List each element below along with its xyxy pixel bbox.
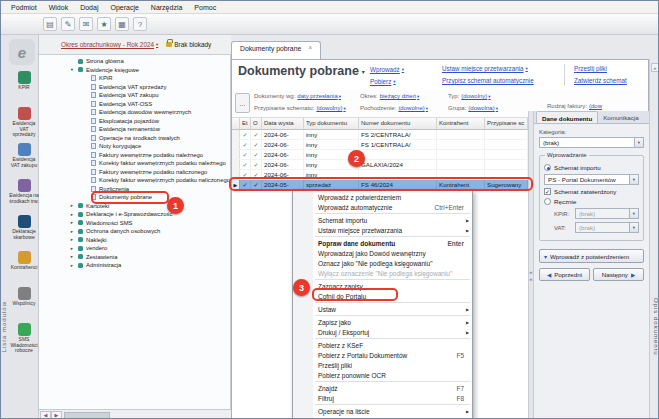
menu-item-pobierz-ponownie-ocr[interactable]: Pobierz ponownie OCR	[293, 370, 472, 380]
tree-item-ewidencja-remanentow[interactable]: Ewidencja remanentów	[39, 125, 230, 134]
menu-item-operacje-na-liscie[interactable]: Operacje na liście▶	[293, 406, 472, 416]
expander-icon[interactable]: ▸	[69, 263, 75, 268]
col-kontrahent[interactable]: Kontrahent	[437, 118, 485, 130]
lock-status[interactable]: Brak blokady	[166, 41, 211, 48]
menu-item-wprowadzaj-jako-dowod[interactable]: Wprowadzaj jako Dowód wewnętrzny	[293, 248, 472, 258]
tree-item-korekty-faktur-naleznego[interactable]: Korekty faktur wewnętrznych podatku nale…	[39, 159, 230, 168]
filter-value[interactable]: (dow	[589, 103, 602, 109]
menu-item-znajdz[interactable]: ZnajdźF7	[293, 383, 472, 393]
chevron-down-icon[interactable]: ▾	[362, 68, 365, 75]
grid-icon[interactable]: ▦	[115, 17, 129, 31]
menu-pomoc[interactable]: Pomoc	[188, 3, 222, 12]
menu-item-pobierz-z-portalu[interactable]: Pobierz z Portalu DokumentówF5	[293, 350, 472, 360]
menu-item-popraw-dane-dokumentu[interactable]: Popraw dane dokumentuEnter	[293, 238, 472, 248]
menu-item-pobierz-z-ksef[interactable]: Pobierz z KSeF	[293, 340, 472, 350]
menu-item-filtruj[interactable]: FiltrujF8	[293, 393, 472, 403]
expander-icon[interactable]: ▸	[69, 246, 75, 251]
scroll-left-icon[interactable]: ◀	[40, 411, 51, 419]
expander-icon[interactable]: ▸	[69, 220, 75, 225]
expander-icon[interactable]: ▾	[69, 67, 75, 72]
next-button[interactable]: Następny ▶	[593, 268, 644, 281]
module-deklaracje-skarbowe[interactable]: Deklaracje skarbowe	[9, 213, 39, 249]
tab-dane-dokumentu[interactable]: Dane dokumentu	[536, 111, 598, 123]
help-icon[interactable]: ?	[133, 17, 147, 31]
col-et[interactable]: Et	[240, 118, 251, 130]
menu-item-wprowadz-z-potwierdzeniem[interactable]: Wprowadź z potwierdzeniem	[293, 192, 472, 202]
col-typ[interactable]: Typ dokumentu	[304, 118, 359, 130]
tree-item-ochrona-danych[interactable]: ▸Ochrona danych osobowych	[39, 227, 230, 236]
menu-item-zapisz-jako[interactable]: Zapisz jako▶	[293, 317, 472, 327]
filter-options-button[interactable]: ...	[235, 93, 250, 113]
scroll-right-icon[interactable]: ▶	[51, 411, 62, 419]
menu-podmiot[interactable]: Podmiot	[5, 3, 43, 12]
filter-value[interactable]: (dowolny)▾	[316, 105, 345, 111]
checkbox-icon[interactable]: ✓	[544, 188, 551, 195]
confirm-import-button[interactable]: ▾ Wprowadź z potwierdzeniem	[539, 249, 644, 263]
tab-dokumenty-pobrane[interactable]: Dokumenty pobrane ×	[231, 41, 321, 59]
mail-icon[interactable]: ✉	[79, 17, 93, 31]
expander-icon[interactable]: ▸	[69, 212, 75, 217]
menu-dodaj[interactable]: Dodaj	[74, 3, 104, 12]
przypisz-schemat-link[interactable]: Przypisz schemat automatycznie	[442, 77, 534, 84]
menu-widok[interactable]: Widok	[43, 3, 74, 12]
collapse-icon[interactable]: «	[529, 269, 532, 275]
table-row[interactable]: ✓✓2024-06-inny	[232, 170, 529, 180]
menu-item-cofnij-do-portalu[interactable]: Cofnij do Portalu	[293, 291, 472, 301]
tree-item-naklejki[interactable]: ▸Naklejki	[39, 236, 230, 245]
collapse-panel-icon[interactable]: «	[651, 63, 659, 72]
zatwierdz-schemat-link[interactable]: Zatwierdź schemat	[574, 77, 627, 84]
tree-item-dokumenty-pobrane[interactable]: Dokumenty pobrane	[39, 193, 230, 202]
ustaw-miejsce-link[interactable]: Ustaw miejsce przetwarzania▾	[442, 65, 534, 72]
vat-dropdown[interactable]: (brak) ▾	[575, 222, 639, 233]
edit-icon[interactable]: ✎	[61, 17, 75, 31]
module-ewidencja-vat-sprzedazy[interactable]: Ewidencja VAT sprzedaży	[9, 105, 39, 141]
expander-icon[interactable]: ▸	[69, 203, 75, 208]
tree-hscrollbar[interactable]: ◀ ▶	[39, 409, 231, 419]
kategoria-dropdown[interactable]: (brak) ▾	[539, 137, 644, 148]
col-przypisane[interactable]: Przypisane sc	[485, 118, 528, 130]
accounting-period-selector[interactable]: Okres obrachunkowy - Rok 2024 ▾	[61, 41, 158, 48]
radio-recznie[interactable]: Ręcznie	[544, 198, 639, 205]
opis-dokumentu-tab[interactable]: Opis dokumentu	[651, 298, 659, 356]
chevron-down-icon[interactable]: ▾	[634, 138, 643, 147]
module-kpir[interactable]: KPiR	[9, 69, 39, 105]
tree-item-kartoteki[interactable]: ▸Kartoteki	[39, 202, 230, 211]
tab-komunikacja[interactable]: Komunikacja	[598, 111, 643, 123]
menu-item-drukuj-eksportuj[interactable]: Drukuj / Eksportuj▶	[293, 327, 472, 337]
tree-item-eksploatacja-pojazdow[interactable]: Eksploatacja pojazdów	[39, 117, 230, 126]
radio-icon[interactable]	[544, 198, 551, 205]
close-icon[interactable]: ×	[308, 45, 312, 51]
table-row[interactable]: ✓✓2024-06-innyGALAXIA/2024	[232, 160, 529, 170]
expander-icon[interactable]: ▸	[69, 229, 75, 234]
tree-item-ewidencje-ksiegowe[interactable]: ▾Ewidencje księgowe	[39, 66, 230, 75]
menu-item-przeslij-pliki[interactable]: Prześlij pliki	[293, 360, 472, 370]
filter-value[interactable]: (dowolne)▾	[398, 105, 428, 111]
tree-item-faktury-wewnetrzne-naliczonego[interactable]: Faktury wewnętrzne podatku naliczonego	[39, 168, 230, 177]
favorites-icon[interactable]: ★	[97, 17, 111, 31]
col-data[interactable]: Data wysta	[262, 118, 304, 130]
col-o[interactable]: O	[251, 118, 262, 130]
tree-item-vendero[interactable]: ▸vendero	[39, 244, 230, 253]
tree-item-ewidencja-vat-oss[interactable]: Ewidencja VAT-OSS	[39, 100, 230, 109]
radio-schemat-importu[interactable]: Schemat importu	[544, 164, 639, 171]
expander-icon[interactable]: ▸	[69, 254, 75, 259]
radio-icon[interactable]	[544, 164, 551, 171]
tree-item-strona-glowna[interactable]: Strona główna	[39, 57, 230, 66]
menu-item-oznacz-nie-podlega[interactable]: Oznacz jako "Nie podlega księgowaniu"	[293, 258, 472, 268]
tree-item-rozliczenia[interactable]: Rozliczenia	[39, 185, 230, 194]
menu-item-ustaw[interactable]: Ustaw▶	[293, 304, 472, 314]
menu-narzedzia[interactable]: Narzędzia	[145, 3, 189, 12]
checkbox-schemat-zatwierdzony[interactable]: ✓ Schemat zatwierdzony	[544, 188, 639, 195]
module-srodki-trwale[interactable]: Ewidencja na środkach trw.	[9, 177, 39, 213]
document-icon[interactable]: ▤	[43, 17, 57, 31]
menu-item-ustaw-miejsce-przetwarzania[interactable]: Ustaw miejsce przetwarzania▶	[293, 225, 472, 235]
previous-button[interactable]: ◀ Poprzedni	[539, 268, 590, 281]
chevron-down-icon[interactable]: ▾	[629, 175, 638, 184]
menu-item-schemat-importu[interactable]: Schemat importu▶	[293, 215, 472, 225]
menu-item-wprowadz-automatycznie[interactable]: Wprowadź automatycznieCtrl+Enter	[293, 202, 472, 212]
scrollbar-thumb[interactable]	[64, 412, 110, 419]
tree-item-zestawienia[interactable]: ▸Zestawienia	[39, 253, 230, 262]
tree-item-administracja[interactable]: ▸Administracja	[39, 261, 230, 270]
wprowadz-link[interactable]: Wprowadź▾	[370, 66, 404, 73]
filter-value[interactable]: (dowolna)▾	[468, 105, 498, 111]
